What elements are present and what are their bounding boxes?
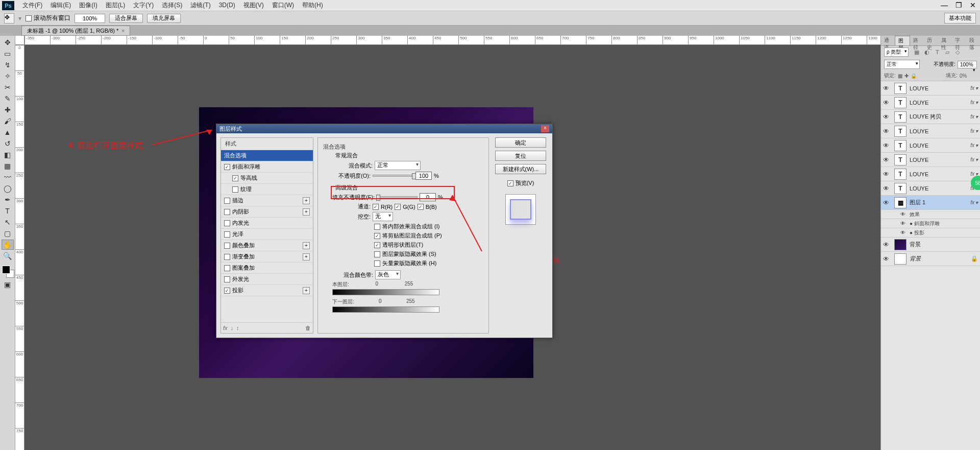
style-checkbox[interactable] <box>224 220 230 226</box>
wand-tool[interactable]: ✧ <box>2 71 14 81</box>
history-brush-tool[interactable]: ↺ <box>2 138 14 149</box>
type-tool[interactable]: T <box>2 206 14 216</box>
lasso-tool[interactable]: ↯ <box>2 60 14 70</box>
style-checkbox[interactable] <box>232 186 238 193</box>
layer-row[interactable]: 👁TLOUYEfx ▾ <box>881 167 980 181</box>
lock-pixels-icon[interactable]: ▦ <box>898 73 902 79</box>
fx-badge[interactable]: fx ▾ <box>970 114 978 120</box>
layer-thumbnail[interactable]: ▦ <box>894 197 906 208</box>
document-tab[interactable]: 未标题 -1 @ 100% (图层 1, RGB/8) *× <box>21 26 130 36</box>
layer-name[interactable]: 图层 1 <box>910 199 925 206</box>
layer-thumbnail[interactable]: T <box>894 83 906 94</box>
workspace-label[interactable]: 基本功能 <box>944 13 976 23</box>
zoom-tool[interactable]: 🔍 <box>2 251 14 261</box>
move-tool[interactable]: ✥ <box>2 37 14 48</box>
add-effect-icon[interactable]: + <box>303 287 310 294</box>
style-option[interactable]: 纹理 <box>221 184 313 195</box>
fx-badge[interactable]: fx ▾ <box>970 85 978 91</box>
filter-pixel-icon[interactable]: ▦ <box>913 48 921 56</box>
preview-checkbox[interactable]: 预览(V) <box>507 179 534 187</box>
tool-preset-icon[interactable]: ✥ <box>4 13 14 23</box>
cb-layer-mask[interactable] <box>374 251 380 257</box>
fx-badge[interactable]: fx ▾ <box>970 100 978 105</box>
fit-screen-button[interactable]: 适合屏幕 <box>109 14 143 23</box>
style-checkbox[interactable] <box>224 164 230 170</box>
layer-thumbnail[interactable]: T <box>894 140 906 151</box>
fx-badge[interactable]: fx ▾ <box>970 143 978 148</box>
menu-item[interactable]: 3D(D) <box>215 2 239 9</box>
dodge-tool[interactable]: ◯ <box>2 183 14 194</box>
visibility-icon[interactable]: 👁 <box>883 156 891 163</box>
menu-item[interactable]: 帮助(H) <box>298 2 327 9</box>
filter-shape-icon[interactable]: ▱ <box>943 48 951 56</box>
gradient-tool[interactable]: ▦ <box>2 161 14 171</box>
style-option[interactable]: 光泽 <box>221 229 313 240</box>
visibility-icon[interactable]: 👁 <box>883 199 891 206</box>
layer-name[interactable]: LOUYE <box>910 171 928 177</box>
menu-item[interactable]: 文字(Y) <box>129 2 158 9</box>
pen-tool[interactable]: ✒ <box>2 195 14 205</box>
style-option[interactable]: 描边+ <box>221 195 313 206</box>
this-layer-gradient[interactable] <box>332 289 439 295</box>
style-checkbox[interactable] <box>232 175 238 181</box>
style-checkbox[interactable] <box>224 288 230 294</box>
crop-tool[interactable]: ✂ <box>2 82 14 92</box>
fx-badge[interactable]: fx ▾ <box>970 157 978 162</box>
add-style-icon[interactable]: ↓ <box>231 325 234 331</box>
panel-tab[interactable]: 图层 <box>895 36 910 45</box>
ruler-vertical[interactable]: 0501001502002503003504004505005506006507… <box>15 45 24 450</box>
cb-transparency[interactable] <box>374 242 380 248</box>
style-checkbox[interactable] <box>224 198 230 204</box>
layer-row[interactable]: 👁TLOUYE 拷贝fx ▾ <box>881 110 980 124</box>
shape-tool[interactable]: ▢ <box>2 228 14 239</box>
add-effect-icon[interactable]: + <box>303 208 310 216</box>
panel-tab[interactable]: 字符 <box>952 36 966 45</box>
layer-name[interactable]: LOUYE <box>910 157 928 163</box>
hand-tool[interactable]: ✋ <box>2 240 14 250</box>
knockout-select[interactable]: 无 <box>373 212 393 221</box>
opacity-slider[interactable] <box>373 175 413 177</box>
layer-effect-row[interactable]: 👁效果 <box>881 210 980 219</box>
visibility-icon[interactable]: 👁 <box>883 185 891 192</box>
visibility-icon[interactable]: 👁 <box>883 255 891 263</box>
menu-item[interactable]: 文件(F) <box>18 2 46 9</box>
layer-name[interactable]: 背景 <box>910 255 921 263</box>
cb-inner-effects[interactable] <box>374 224 380 230</box>
lock-all-icon[interactable]: 🔒 <box>911 73 917 79</box>
layer-thumbnail[interactable]: T <box>894 183 906 194</box>
eraser-tool[interactable]: ◧ <box>2 150 14 160</box>
blur-tool[interactable]: 〰 <box>2 172 14 182</box>
blend-mode-select[interactable]: 正常 <box>884 60 920 69</box>
zoom-input[interactable] <box>75 14 105 23</box>
panel-tab[interactable]: 路径 <box>910 36 924 45</box>
close-button[interactable]: ✕ <box>966 0 980 10</box>
brush-tool[interactable]: 🖌 <box>2 116 14 126</box>
layer-name[interactable]: LOUYE 拷贝 <box>910 113 941 121</box>
minimize-button[interactable]: — <box>937 0 951 10</box>
menu-item[interactable]: 编辑(E) <box>46 2 75 9</box>
layer-row[interactable]: 👁▦图层 1fx ▾ <box>881 196 980 210</box>
add-effect-icon[interactable]: + <box>303 242 310 249</box>
visibility-icon[interactable]: 👁 <box>883 142 891 149</box>
layer-name[interactable]: LOUYE <box>910 100 928 106</box>
layer-effect-row[interactable]: 👁● 投影 <box>881 228 980 238</box>
style-option[interactable]: 内发光 <box>221 218 313 229</box>
channel-g-checkbox[interactable] <box>395 204 401 210</box>
panel-tab[interactable]: 属性 <box>938 36 952 45</box>
fx-badge[interactable]: fx ▾ <box>970 200 978 205</box>
fx-icon[interactable]: fx <box>223 325 228 331</box>
style-option[interactable]: 混合选项 <box>221 150 313 161</box>
color-swatches[interactable] <box>0 264 15 279</box>
filter-adjust-icon[interactable]: ◐ <box>923 48 931 56</box>
layer-fill-input[interactable]: 0% <box>960 73 977 79</box>
panel-tab[interactable]: 段落 <box>966 36 980 45</box>
dialog-titlebar[interactable]: 图层样式 × <box>216 124 552 133</box>
ruler-origin[interactable] <box>15 36 24 45</box>
filter-kind-select[interactable]: ρ 类型 <box>884 48 909 57</box>
reorder-icon[interactable]: ↕ <box>236 325 239 331</box>
style-option[interactable]: 斜面和浮雕 <box>221 161 313 173</box>
layer-row[interactable]: 👁背景🔒 <box>881 252 980 266</box>
scroll-all-checkbox[interactable]: 滚动所有窗口 <box>26 14 70 22</box>
style-checkbox[interactable] <box>224 243 230 249</box>
menu-item[interactable]: 滤镜(T) <box>186 2 214 9</box>
